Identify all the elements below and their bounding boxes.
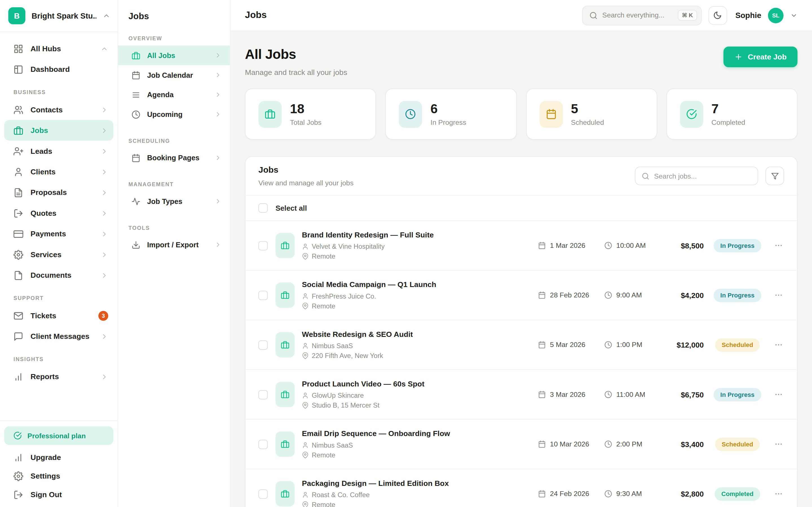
calendar-icon (538, 341, 546, 349)
job-date: 24 Feb 2026 (538, 490, 604, 498)
download-icon (132, 240, 140, 249)
file-export-icon (13, 208, 23, 218)
more-horizontal-icon (774, 291, 783, 299)
jobs-search-input[interactable] (654, 172, 751, 180)
chevron-down-icon[interactable] (790, 11, 798, 19)
primary-sidebar: B Bright Spark Stu... All Hubs Dashboard… (0, 0, 118, 507)
jobs-search[interactable] (635, 166, 758, 185)
stat-value: 5 (571, 102, 604, 116)
row-checkbox[interactable] (259, 489, 268, 499)
subnav-item-all-jobs[interactable]: All Jobs (118, 46, 230, 65)
chevron-right-icon (214, 91, 221, 98)
footer-item-settings[interactable]: Settings (4, 467, 114, 485)
sidebar-item-clients[interactable]: Clients (4, 161, 114, 182)
user-icon (302, 243, 309, 250)
job-row[interactable]: Packaging Design — Limited Edition Box R… (246, 469, 797, 507)
sidebar-item-services[interactable]: Services (4, 244, 114, 265)
job-time: 10:00 AM (604, 242, 660, 249)
more-menu-button[interactable] (768, 490, 789, 498)
job-date: 10 Mar 2026 (538, 440, 604, 448)
sidebar-item-payments[interactable]: Payments (4, 223, 114, 244)
jobs-card-subtitle: View and manage all your jobs (259, 179, 354, 187)
dark-mode-toggle[interactable] (709, 6, 727, 24)
stat-value: 6 (430, 102, 466, 116)
subnav-section-label: TOOLS (129, 224, 230, 231)
user-icon (302, 392, 309, 399)
chevron-right-icon (214, 198, 221, 205)
grid-icon (13, 44, 23, 54)
global-search[interactable]: ⌘ K (582, 5, 702, 25)
job-client: GlowUp Skincare (312, 392, 364, 399)
more-menu-button[interactable] (768, 440, 789, 448)
subnav-item-job-calendar[interactable]: Job Calendar (118, 65, 230, 85)
jobs-card-title: Jobs (259, 165, 354, 175)
global-search-input[interactable] (602, 11, 673, 19)
list-icon (132, 91, 140, 99)
more-menu-button[interactable] (768, 341, 789, 349)
sidebar-item-leads[interactable]: Leads (4, 141, 114, 161)
workspace-switcher[interactable]: B Bright Spark Stu... (0, 0, 117, 32)
status-badge: Scheduled (715, 338, 760, 351)
chevron-right-icon (100, 188, 108, 196)
briefcase-icon (281, 390, 290, 399)
workspace-name: Bright Spark Stu... (32, 11, 96, 20)
more-menu-button[interactable] (768, 291, 789, 299)
bar-chart-icon (13, 372, 23, 382)
more-menu-button[interactable] (768, 390, 789, 399)
sidebar-item-proposals[interactable]: Proposals (4, 182, 114, 203)
footer-item-sign-out[interactable]: Sign Out (4, 485, 114, 504)
sidebar-item-quotes[interactable]: Quotes (4, 203, 114, 223)
calendar-icon (546, 109, 557, 120)
sidebar-section-label: SUPPORT (13, 295, 113, 301)
more-menu-button[interactable] (768, 241, 789, 250)
sidebar-item-client-messages[interactable]: Client Messages (4, 326, 114, 346)
avatar[interactable]: SL (768, 8, 783, 23)
sidebar-item-all-hubs[interactable]: All Hubs (4, 38, 114, 59)
briefcase-icon (281, 440, 290, 448)
subnav-item-job-types[interactable]: Job Types (118, 191, 230, 211)
calendar-icon (538, 440, 546, 448)
job-row[interactable]: Website Redesign & SEO Audit Nimbus SaaS… (246, 320, 797, 370)
job-row[interactable]: Email Drip Sequence — Onboarding Flow Ni… (246, 420, 797, 469)
stat-label: Scheduled (571, 118, 604, 126)
stat-label: Total Jobs (290, 118, 322, 126)
page-subtitle: Manage and track all your jobs (245, 68, 347, 76)
status-badge: Completed (715, 487, 760, 501)
job-row[interactable]: Product Launch Video — 60s Spot GlowUp S… (246, 370, 797, 419)
professional-plan-badge[interactable]: Professional plan (4, 426, 114, 445)
create-job-button[interactable]: Create Job (723, 47, 798, 67)
job-location: Studio B, 15 Mercer St (312, 401, 379, 409)
job-row[interactable]: Social Media Campaign — Q1 Launch FreshP… (246, 271, 797, 320)
clock-icon (405, 109, 416, 120)
row-checkbox[interactable] (259, 439, 268, 449)
subnav-item-upcoming[interactable]: Upcoming (118, 105, 230, 124)
map-pin-icon (302, 302, 309, 309)
row-checkbox[interactable] (259, 340, 268, 349)
sidebar-item-contacts[interactable]: Contacts (4, 100, 114, 120)
clock-icon (132, 110, 140, 119)
filter-button[interactable] (765, 166, 784, 185)
status-badge: In Progress (714, 288, 761, 302)
sidebar-item-dashboard[interactable]: Dashboard (4, 59, 114, 79)
job-icon-tile (275, 382, 295, 407)
stat-card-scheduled: 5 Scheduled (526, 89, 657, 140)
row-checkbox[interactable] (259, 241, 268, 250)
sidebar-item-tickets[interactable]: Tickets 3 (4, 305, 114, 326)
row-checkbox[interactable] (259, 290, 268, 300)
sidebar-item-jobs[interactable]: Jobs (4, 120, 114, 140)
select-all-checkbox[interactable] (259, 203, 268, 213)
subnav-item-booking-pages[interactable]: Booking Pages (118, 148, 230, 168)
sidebar-item-reports[interactable]: Reports (4, 366, 114, 387)
row-checkbox[interactable] (259, 390, 268, 399)
briefcase-icon (13, 125, 23, 135)
settings-icon (13, 471, 23, 481)
topbar-right: ⌘ K Sophie SL (582, 5, 797, 25)
job-client: FreshPress Juice Co. (312, 292, 376, 300)
sidebar-item-documents[interactable]: Documents (4, 265, 114, 285)
subnav-item-import-export[interactable]: Import / Export (118, 235, 230, 255)
message-square-icon (13, 331, 23, 341)
job-row[interactable]: Brand Identity Redesign — Full Suite Vel… (246, 221, 797, 270)
footer-item-upgrade[interactable]: Upgrade (4, 448, 114, 467)
job-time: 11:00 AM (604, 391, 660, 399)
subnav-item-agenda[interactable]: Agenda (118, 85, 230, 105)
